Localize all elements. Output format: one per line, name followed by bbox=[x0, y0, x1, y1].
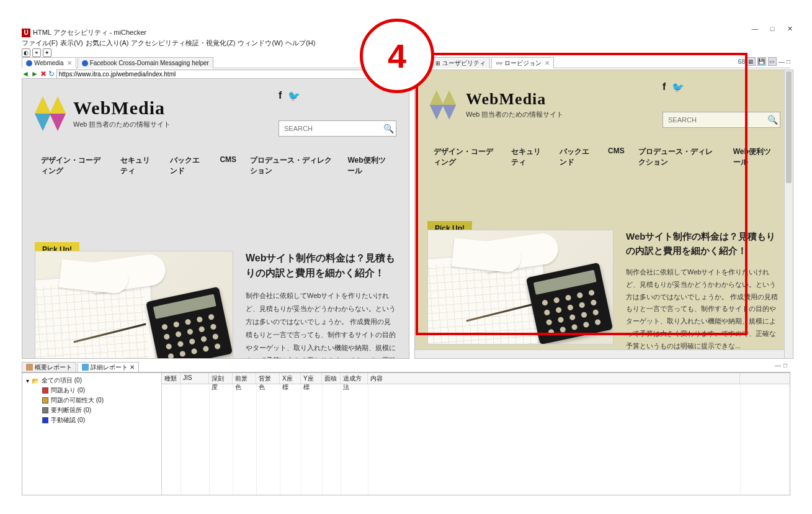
tree-label: 問題の可能性大 (0) bbox=[51, 396, 104, 405]
toolbar-icon-1[interactable]: ◐ bbox=[22, 48, 30, 57]
nav-item[interactable]: Web便利ツール bbox=[733, 147, 774, 168]
nav-item[interactable]: CMS bbox=[608, 147, 625, 168]
simulation-tabs: ⊞ ユーザビリティ 👓 ロービジョン ✕ bbox=[431, 57, 555, 68]
tree-label: 手動確認 (0) bbox=[51, 416, 85, 425]
nav-item[interactable]: バックエンド bbox=[170, 155, 206, 176]
column-header[interactable]: 内容 bbox=[368, 373, 740, 384]
tab-label: Facebook Cross-Domain Messaging helper bbox=[90, 60, 209, 66]
article-title[interactable]: Webサイト制作の料金は？見積もりの内訳と費用を細かく紹介！ bbox=[626, 230, 780, 258]
severity-swatch bbox=[42, 397, 48, 404]
annotation-callout: 4 bbox=[360, 19, 434, 93]
tab-label: 概要レポート bbox=[35, 363, 72, 372]
vertical-scrollbar[interactable] bbox=[784, 70, 793, 358]
twitter-icon[interactable]: 🐦 bbox=[672, 81, 684, 93]
tab-label: ユーザビリティ bbox=[442, 59, 486, 68]
tree-label: 要判断箇所 (0) bbox=[51, 406, 91, 415]
report-tabs: 概要レポート 詳細レポート ✕ bbox=[22, 362, 790, 372]
menu-help[interactable]: ヘルプ(H) bbox=[285, 38, 315, 48]
tab-usability[interactable]: ⊞ ユーザビリティ bbox=[431, 57, 490, 68]
tree-item[interactable]: 問題あり (0) bbox=[26, 386, 158, 395]
tab-close-icon[interactable]: ✕ bbox=[545, 60, 550, 66]
menu-accessibility[interactable]: アクセシビリティ検証・視覚化(Z) bbox=[131, 38, 235, 48]
column-header[interactable]: 深刻度 bbox=[209, 373, 233, 384]
tab-low-vision[interactable]: 👓 ロービジョン ✕ bbox=[491, 57, 554, 68]
panel-maximize-icon[interactable]: □ bbox=[783, 362, 787, 369]
tab-close-icon[interactable]: ✕ bbox=[67, 60, 72, 66]
tab-summary-report[interactable]: 概要レポート bbox=[22, 362, 76, 372]
nav-item[interactable]: プロデュース・ディレクション bbox=[250, 155, 334, 176]
article-title[interactable]: Webサイト制作の料金は？見積もりの内訳と費用を細かく紹介！ bbox=[246, 251, 396, 281]
column-header[interactable]: 背景色 bbox=[256, 373, 280, 384]
severity-swatch bbox=[42, 387, 48, 394]
nav-item[interactable]: デザイン・コーディング bbox=[434, 147, 497, 168]
webmedia-logo bbox=[430, 90, 457, 120]
column-header[interactable]: 前景色 bbox=[233, 373, 256, 384]
nav-item[interactable]: デザイン・コーディング bbox=[41, 155, 107, 176]
report-icon bbox=[26, 364, 33, 371]
search-icon[interactable]: 🔍 bbox=[381, 124, 396, 133]
window-maximize-button[interactable]: □ bbox=[769, 25, 776, 33]
tab-close-icon[interactable]: ✕ bbox=[130, 364, 135, 371]
facebook-icon[interactable]: f bbox=[279, 90, 282, 102]
tab-facebook-helper[interactable]: Facebook Cross-Domain Messaging helper bbox=[78, 57, 213, 68]
view-tool-icon[interactable]: ▭ bbox=[768, 57, 777, 66]
tab-label: ロービジョン bbox=[504, 59, 542, 68]
view-minimize-icon[interactable]: — bbox=[779, 58, 785, 65]
tree-item[interactable]: 要判断箇所 (0) bbox=[26, 405, 158, 415]
issue-grid: 種類JIS深刻度前景色背景色X座標Y座標面積達成方法内容 bbox=[162, 373, 790, 495]
tab-detail-report[interactable]: 詳細レポート ✕ bbox=[78, 362, 139, 372]
column-header[interactable]: Y座標 bbox=[301, 373, 322, 384]
view-tool-icon[interactable]: ▦ bbox=[747, 57, 756, 66]
menu-window[interactable]: ウィンドウ(W) bbox=[238, 38, 283, 48]
count-label: 68 bbox=[738, 58, 745, 65]
nav-item[interactable]: バックエンド bbox=[560, 147, 594, 168]
column-header[interactable]: JIS bbox=[181, 373, 209, 384]
tree-root[interactable]: ▾ 📂 全ての項目 (0) bbox=[26, 376, 158, 386]
toolbar: ◐ ⚭ ✦ bbox=[22, 48, 51, 57]
column-header[interactable]: 面積 bbox=[322, 373, 341, 384]
menu-view[interactable]: 表示(V) bbox=[60, 38, 83, 48]
nav-item[interactable]: プロデュース・ディレクション bbox=[638, 147, 720, 168]
view-save-icon[interactable]: 💾 bbox=[757, 57, 766, 66]
view-maximize-icon[interactable]: □ bbox=[787, 58, 790, 65]
menu-favorites[interactable]: お気に入り(A) bbox=[86, 38, 129, 48]
site-title: WebMedia bbox=[466, 90, 563, 109]
column-header[interactable]: X座標 bbox=[280, 373, 301, 384]
search-box[interactable]: 🔍 bbox=[279, 120, 396, 137]
nav-item[interactable]: セキュリティ bbox=[120, 155, 156, 176]
search-input[interactable] bbox=[279, 125, 381, 132]
menu-file[interactable]: ファイル(F) bbox=[22, 38, 58, 48]
tab-label: 詳細レポート bbox=[91, 363, 128, 372]
nav-item[interactable]: CMS bbox=[220, 155, 236, 176]
nav-item[interactable]: セキュリティ bbox=[511, 147, 546, 168]
collapse-icon[interactable]: ▾ bbox=[26, 377, 29, 384]
report-panel: ▾ 📂 全ての項目 (0) 問題あり (0)問題の可能性大 (0)要判断箇所 (… bbox=[22, 372, 790, 495]
window-minimize-button[interactable]: — bbox=[751, 25, 759, 33]
window-close-button[interactable]: ✕ bbox=[786, 25, 793, 33]
twitter-icon[interactable]: 🐦 bbox=[288, 90, 300, 102]
search-box[interactable]: 🔍 bbox=[663, 112, 780, 128]
grid-header: 種類JIS深刻度前景色背景色X座標Y座標面積達成方法内容 bbox=[162, 373, 790, 384]
app-title: HTML アクセシビリティ - miChecker bbox=[33, 28, 146, 37]
column-header[interactable]: 種類 bbox=[162, 373, 181, 384]
search-input[interactable] bbox=[663, 116, 765, 124]
horizontal-scrollbar[interactable] bbox=[415, 349, 784, 358]
article-excerpt: 制作会社に依頼してWebサイトを作りたいけれど、見積もりが妥当かどうかわからない… bbox=[626, 266, 780, 353]
site-nav: デザイン・コーディング セキュリティ バックエンド CMS プロデュース・ディレ… bbox=[427, 147, 780, 168]
tree-item[interactable]: 手動確認 (0) bbox=[26, 415, 158, 425]
globe-icon bbox=[82, 60, 88, 66]
tab-webmedia[interactable]: Webmedia ✕ bbox=[22, 57, 76, 68]
column-header[interactable]: 達成方法 bbox=[341, 373, 368, 384]
panel-minimize-icon[interactable]: — bbox=[775, 362, 781, 369]
site-nav: デザイン・コーディング セキュリティ バックエンド CMS プロデュース・ディレ… bbox=[35, 155, 396, 176]
search-icon[interactable]: 🔍 bbox=[765, 115, 780, 125]
article-image bbox=[427, 230, 613, 345]
nav-item[interactable]: Web便利ツール bbox=[347, 155, 390, 176]
toolbar-icon-3[interactable]: ✦ bbox=[43, 48, 51, 57]
article-excerpt: 制作会社に依頼してWebサイトを作りたいけれど、見積もりが妥当かどうかわからない… bbox=[246, 289, 396, 359]
facebook-icon[interactable]: f bbox=[663, 81, 666, 93]
tree-item[interactable]: 問題の可能性大 (0) bbox=[26, 395, 158, 405]
low-vision-view-pane: WebMedia Web 担当者のための情報サイト f 🐦 🔍 デ bbox=[414, 70, 793, 359]
report-icon bbox=[82, 364, 89, 371]
toolbar-icon-2[interactable]: ⚭ bbox=[32, 48, 41, 57]
